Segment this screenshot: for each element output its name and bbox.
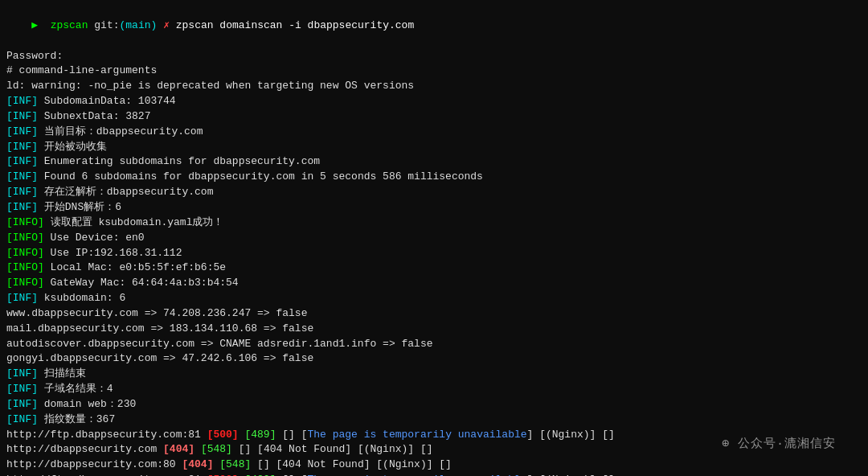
info-local-mac: [INFO] Local Mac: e0:b5:5f:ef:b6:5e — [6, 261, 862, 276]
inf-enumerating: [INF] Enumerating subdomains for dbappse… — [6, 154, 862, 170]
prompt-cross: ✗ — [163, 19, 170, 31]
inf-start-dns: [INF] 开始DNS解析：6 — [6, 200, 862, 215]
info-device: [INFO] Use Device: en0 — [6, 231, 862, 246]
inf-subdomain-data: [INF] SubdomainData: 103744 — [6, 94, 862, 109]
ld-warning: ld: warning: -no_pie is deprecated when … — [6, 79, 862, 94]
prompt-line: ▶ zpscan git:(main) ✗ zpscan domainscan … — [6, 3, 862, 49]
inf-found-subdomains: [INF] Found 6 subdomains for dbappsecuri… — [6, 170, 862, 185]
inf-ksubdomain: [INF] ksubdomain: 6 — [6, 291, 862, 306]
dns-gongyi: gongyi.dbappsecurity.com => 47.242.6.106… — [6, 351, 862, 367]
inf-scan-end: [INF] 扫描结束 — [6, 367, 862, 382]
prompt-command: zpscan domainscan -i dbappsecurity.com — [176, 19, 414, 31]
prompt-git-label: git: — [94, 19, 119, 31]
inf-domain-web: [INF] domain web：230 — [6, 397, 862, 412]
info-ip: [INFO] Use IP:192.168.31.112 — [6, 246, 862, 261]
http-result-2: http://dbappsecurity.com [404] [548] [] … — [6, 442, 862, 458]
dns-autodiscover: autodiscover.dbappsecurity.com => CNAME … — [6, 337, 862, 352]
cmd-line-args: # command-line-arguments — [6, 64, 862, 79]
http-result-1: http://ftp.dbappsecurity.com:81 [500] [4… — [6, 428, 862, 443]
info-config-loaded: [INFO] 读取配置 ksubdomain.yaml成功！ — [6, 215, 862, 231]
inf-subdomain-result: [INF] 子域名结果：4 — [6, 382, 862, 397]
inf-current-target: [INF] 当前目标：dbappsecurity.com — [6, 125, 862, 140]
http-result-4: http://ftp.dbappsecurity.com:81 [500] [4… — [6, 473, 862, 476]
password-line: Password: — [6, 49, 862, 64]
inf-fingerprint-count: [INF] 指纹数量：367 — [6, 412, 862, 428]
http-result-3: http://dbappsecurity.com:80 [404] [548] … — [6, 458, 862, 473]
dns-mail: mail.dbappsecurity.com => 183.134.110.68… — [6, 322, 862, 337]
prompt-branch: (main) — [120, 19, 158, 31]
inf-start-passive: [INF] 开始被动收集 — [6, 140, 862, 155]
terminal: ▶ zpscan git:(main) ✗ zpscan domainscan … — [0, 0, 868, 476]
inf-wildcard: [INF] 存在泛解析：dbappsecurity.com — [6, 185, 862, 200]
inf-subnext-data: [INF] SubnextData: 3827 — [6, 109, 862, 125]
info-gateway-mac: [INFO] GateWay Mac: 64:64:4a:b3:b4:54 — [6, 276, 862, 291]
prompt-user: ▶ zpscan — [31, 19, 88, 31]
dns-www: www.dbappsecurity.com => 74.208.236.247 … — [6, 306, 862, 322]
